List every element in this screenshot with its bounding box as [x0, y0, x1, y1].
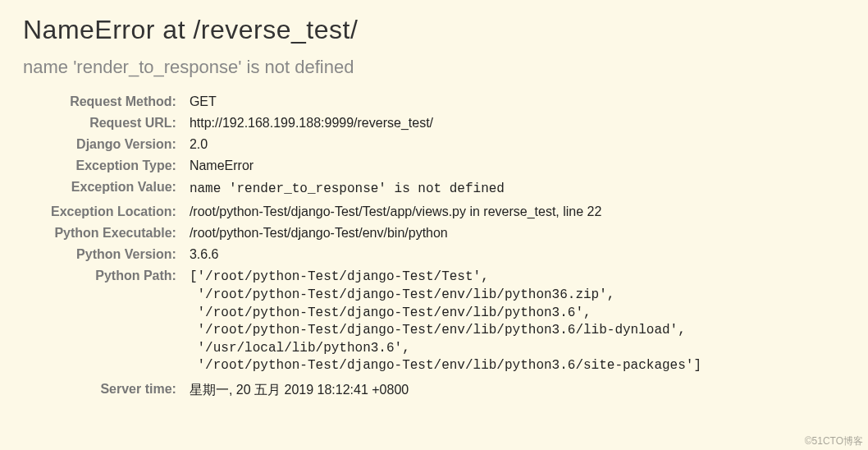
table-row: Exception Type: NameError	[51, 155, 701, 177]
python-executable-label: Python Executable:	[51, 223, 185, 244]
meta-table: Request Method: GET Request URL: http://…	[51, 91, 701, 402]
table-row: Python Version: 3.6.6	[51, 244, 701, 265]
table-row: Python Path: ['/root/python-Test/django-…	[51, 265, 701, 379]
page-title: NameError at /reverse_test/	[23, 15, 845, 45]
request-method-value: GET	[185, 91, 701, 112]
server-time-value: 星期一, 20 五月 2019 18:12:41 +0800	[185, 379, 701, 402]
request-method-label: Request Method:	[51, 91, 185, 112]
python-version-label: Python Version:	[51, 244, 185, 265]
python-path-label: Python Path:	[51, 265, 185, 379]
exception-value-value: name 'render_to_response' is not defined	[185, 177, 701, 201]
django-version-value: 2.0	[185, 134, 701, 155]
python-version-value: 3.6.6	[185, 244, 701, 265]
table-row: Exception Value: name 'render_to_respons…	[51, 177, 701, 201]
table-row: Request Method: GET	[51, 91, 701, 112]
table-row: Python Executable: /root/python-Test/dja…	[51, 223, 701, 244]
table-row: Exception Location: /root/python-Test/dj…	[51, 201, 701, 223]
exception-type-value: NameError	[185, 155, 701, 177]
exception-location-value: /root/python-Test/django-Test/Test/app/v…	[185, 201, 701, 223]
request-url-value: http://192.168.199.188:9999/reverse_test…	[185, 112, 701, 134]
table-row: Server time: 星期一, 20 五月 2019 18:12:41 +0…	[51, 379, 701, 402]
django-version-label: Django Version:	[51, 134, 185, 155]
exception-value-label: Exception Value:	[51, 177, 185, 201]
server-time-label: Server time:	[51, 379, 185, 402]
exception-type-label: Exception Type:	[51, 155, 185, 177]
watermark: ©51CTO博客	[805, 434, 863, 448]
table-row: Request URL: http://192.168.199.188:9999…	[51, 112, 701, 134]
exception-location-label: Exception Location:	[51, 201, 185, 223]
python-executable-value: /root/python-Test/django-Test/env/bin/py…	[185, 223, 701, 244]
exception-message: name 'render_to_response' is not defined	[23, 57, 845, 78]
table-row: Django Version: 2.0	[51, 134, 701, 155]
python-path-value: ['/root/python-Test/django-Test/Test', '…	[185, 265, 701, 379]
request-url-label: Request URL:	[51, 112, 185, 134]
error-summary: NameError at /reverse_test/ name 'render…	[0, 0, 868, 411]
